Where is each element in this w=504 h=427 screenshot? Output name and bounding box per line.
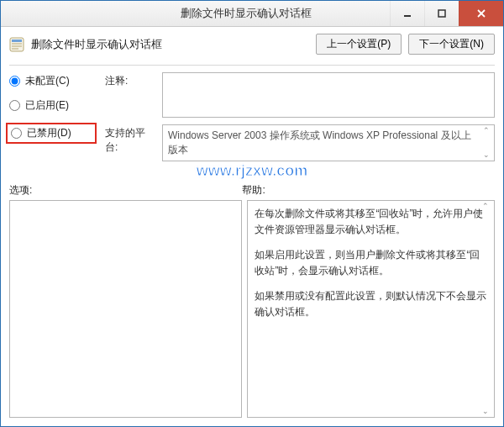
config-section: 未配置(C) 已启用(E) 已禁用(D) 注释: xyxy=(9,72,495,161)
watermark-text: www.rjzxw.com xyxy=(9,162,495,180)
svg-rect-5 xyxy=(12,40,22,42)
prev-setting-button[interactable]: 上一个设置(P) xyxy=(316,34,402,55)
highlight-box: 已禁用(D) xyxy=(6,123,97,144)
radio-disabled-label: 已禁用(D) xyxy=(27,126,71,140)
divider xyxy=(9,65,495,66)
panes: 在每次删除文件或将其移至“回收站”时，允许用户使文件资源管理器显示确认对话框。 … xyxy=(9,200,495,418)
radio-enabled-label: 已启用(E) xyxy=(25,98,69,113)
chevron-up-icon: ⌃ xyxy=(480,127,492,134)
minimize-button[interactable] xyxy=(390,1,424,26)
maximize-button[interactable] xyxy=(424,1,459,26)
policy-header-row: 删除文件时显示确认对话框 上一个设置(P) 下一个设置(N) xyxy=(9,34,495,55)
radio-enabled[interactable]: 已启用(E) xyxy=(9,98,93,113)
supported-row: 支持的平台: Windows Server 2003 操作系统或 Windows… xyxy=(105,124,495,161)
group-policy-dialog: 删除文件时显示确认对话框 删除文件时显示确认对话框 xyxy=(0,0,504,427)
dialog-body: 删除文件时显示确认对话框 上一个设置(P) 下一个设置(N) 未配置(C) 已启… xyxy=(1,27,503,426)
help-pane[interactable]: 在每次删除文件或将其移至“回收站”时，允许用户使文件资源管理器显示确认对话框。 … xyxy=(247,200,495,418)
window-title: 删除文件时显示确认对话框 xyxy=(102,6,390,21)
svg-rect-1 xyxy=(438,10,445,17)
radio-not-configured-input[interactable] xyxy=(9,76,20,87)
comment-row: 注释: xyxy=(105,72,495,118)
supported-label: 支持的平台: xyxy=(105,124,155,155)
titlebar: 删除文件时显示确认对话框 xyxy=(1,1,503,27)
radio-disabled[interactable]: 已禁用(D) xyxy=(11,126,92,140)
radio-not-configured[interactable]: 未配置(C) xyxy=(9,74,93,88)
close-button[interactable] xyxy=(459,1,503,26)
chevron-down-icon: ⌄ xyxy=(480,151,492,159)
scrollbar[interactable]: ⌃ ⌄ xyxy=(480,203,491,415)
state-radio-group: 未配置(C) 已启用(E) 已禁用(D) xyxy=(9,72,93,144)
chevron-down-icon: ⌄ xyxy=(480,408,491,415)
help-label: 帮助: xyxy=(242,183,495,198)
comment-label: 注释: xyxy=(105,72,155,88)
radio-disabled-input[interactable] xyxy=(11,128,22,139)
comment-textarea[interactable] xyxy=(162,72,495,118)
help-paragraph: 如果禁用或没有配置此设置，则默认情况下不会显示确认对话框。 xyxy=(255,288,487,319)
close-icon xyxy=(476,8,486,18)
pane-labels: 选项: 帮助: xyxy=(9,183,495,198)
policy-icon xyxy=(9,37,24,52)
supported-platforms-box: Windows Server 2003 操作系统或 Windows XP Pro… xyxy=(162,124,495,161)
supported-platforms-text: Windows Server 2003 操作系统或 Windows XP Pro… xyxy=(168,129,471,156)
minimize-icon xyxy=(402,8,412,18)
chevron-up-icon: ⌃ xyxy=(480,203,491,210)
radio-not-configured-label: 未配置(C) xyxy=(25,74,70,88)
policy-title: 删除文件时显示确认对话框 xyxy=(31,37,162,52)
help-paragraph: 如果启用此设置，则当用户删除文件或将其移至“回收站”时，会显示确认对话框。 xyxy=(255,247,487,278)
options-pane[interactable] xyxy=(9,200,242,418)
next-setting-button[interactable]: 下一个设置(N) xyxy=(408,34,495,55)
help-paragraph: 在每次删除文件或将其移至“回收站”时，允许用户使文件资源管理器显示确认对话框。 xyxy=(255,206,487,237)
radio-enabled-input[interactable] xyxy=(9,100,20,111)
options-label: 选项: xyxy=(9,183,242,198)
scrollbar[interactable]: ⌃ ⌄ xyxy=(480,127,492,159)
info-column: 注释: 支持的平台: Windows Server 2003 操作系统或 Win… xyxy=(105,72,495,161)
maximize-icon xyxy=(437,8,447,18)
window-controls xyxy=(390,1,503,26)
